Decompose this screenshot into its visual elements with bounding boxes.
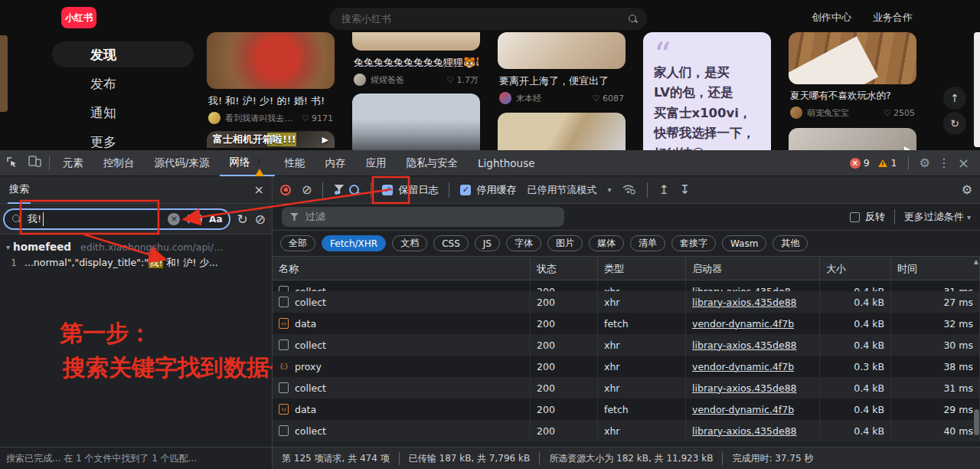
site-search-input[interactable]: 搜索小红书 xyxy=(329,8,647,30)
request-type-chip[interactable]: 清单 xyxy=(630,235,665,251)
request-type-chip[interactable]: 字体 xyxy=(506,235,541,251)
like-count[interactable]: ♡ 6087 xyxy=(593,93,624,103)
network-settings-gear-icon[interactable]: ⚙ xyxy=(962,182,972,197)
network-request-row[interactable]: collect 200 xhr library-axios.435de88 0.… xyxy=(273,334,980,356)
column-header[interactable]: 名称 xyxy=(273,257,531,280)
note-title[interactable]: 兔兔兔兔兔兔兔兔兔狸狸🐯🐯🐯 xyxy=(354,56,479,70)
devtools-tab[interactable]: 元素 xyxy=(53,150,93,176)
devtools-tab[interactable]: 源代码/来源 xyxy=(145,150,220,176)
author-name[interactable]: 煋煋爸爸 xyxy=(371,74,442,86)
devtools-search-input[interactable]: 我! × (.*) Aa xyxy=(3,208,230,230)
clear-query-icon[interactable]: × xyxy=(168,213,180,225)
like-count[interactable]: ♡ 1.7万 xyxy=(446,74,479,86)
request-type-chip[interactable]: 其他 xyxy=(773,235,808,251)
console-error-badge[interactable]: ×9 xyxy=(850,157,870,169)
note-image[interactable] xyxy=(498,113,626,150)
network-request-row[interactable]: data 200 fetch vendor-dynamic.4f7b 0.4 k… xyxy=(273,398,980,420)
scroll-top-button[interactable]: ↑ xyxy=(943,87,966,110)
initiator-link[interactable]: vendor-dynamic.4f7b xyxy=(692,318,794,330)
disclosure-triangle-icon[interactable]: ▾ xyxy=(6,243,10,251)
network-request-row[interactable]: collect 200 xhr library-axios.435de88 0.… xyxy=(273,377,980,398)
initiator-link[interactable]: library-axios.435de8… xyxy=(692,286,800,292)
invert-filter-checkbox[interactable]: 反转 xyxy=(850,210,885,224)
devtools-tab[interactable]: 性能 xyxy=(275,150,315,176)
export-har-icon[interactable]: ↧ xyxy=(680,182,690,197)
note-image[interactable] xyxy=(789,32,916,84)
note-image[interactable] xyxy=(498,32,626,69)
chevron-down-icon[interactable]: ▾ xyxy=(607,185,611,194)
devtools-tab[interactable]: Lighthouse xyxy=(468,150,544,176)
network-request-row[interactable]: data 200 fetch vendor-dynamic.4f7b 0.4 k… xyxy=(273,313,980,334)
initiator-link[interactable]: library-axios.435de88 xyxy=(692,382,797,394)
column-header[interactable]: 状态 xyxy=(531,257,598,280)
initiator-link[interactable]: vendor-dynamic.4f7b xyxy=(692,361,794,372)
initiator-link[interactable]: vendor-dynamic.4f7b xyxy=(692,404,794,415)
author-name[interactable]: 萌宠兔宝宝 xyxy=(807,107,879,119)
record-network-log-icon[interactable] xyxy=(280,185,291,195)
avatar[interactable] xyxy=(208,112,220,124)
request-type-chip[interactable]: 图片 xyxy=(547,235,583,251)
initiator-link[interactable]: library-axios.435de88 xyxy=(692,297,797,308)
note-title[interactable]: 我! 和! 沪! 少! 的! 婚! 书! xyxy=(208,94,333,108)
note-image[interactable] xyxy=(352,93,480,150)
search-result-line[interactable]: 1 ...normal","display_title":"我! 和! 沪! 少… xyxy=(0,254,272,272)
network-request-row[interactable]: collect 200 xhr library-axios.435de8… 0.… xyxy=(273,280,980,291)
refresh-search-icon[interactable]: ↻ xyxy=(237,212,248,227)
request-type-chip[interactable]: 套接字 xyxy=(671,235,716,251)
match-case-toggle[interactable]: Aa xyxy=(209,214,222,225)
close-search-pane-icon[interactable]: × xyxy=(254,182,264,197)
initiator-link[interactable]: library-axios.435de88 xyxy=(692,425,797,437)
settings-gear-icon[interactable]: ⚙ xyxy=(920,156,930,170)
devtools-tab[interactable]: 隐私与安全 xyxy=(397,150,469,176)
search-icon[interactable] xyxy=(629,15,638,24)
note-image[interactable]: ▶ xyxy=(789,128,916,150)
device-toolbar-icon[interactable] xyxy=(23,156,46,170)
like-count[interactable]: ♡ 2505 xyxy=(884,108,915,118)
network-request-row[interactable]: collect 200 xhr library-axios.435de88 0.… xyxy=(273,291,980,313)
disable-cache-checkbox[interactable]: ✓停用缓存 xyxy=(460,183,516,197)
avatar[interactable] xyxy=(354,74,366,86)
column-header[interactable]: 时间 xyxy=(891,257,980,280)
note-image[interactable]: 富士相机开箱啦!!!▶ xyxy=(207,131,335,148)
devtools-tab[interactable]: 内存 xyxy=(315,150,356,176)
preserve-log-checkbox[interactable]: ✓保留日志 xyxy=(382,183,438,197)
note-title[interactable]: 要离开上海了，便宜出了 xyxy=(499,74,624,88)
sidebar-item[interactable]: 通知 xyxy=(52,100,194,126)
search-result-file[interactable]: ▾ homefeed edith.xiaohongshu.com/api/... xyxy=(0,239,272,254)
network-request-row[interactable]: proxy 200 xhr vendor-dynamic.4f7b 0.3 kB… xyxy=(273,356,980,377)
clear-search-icon[interactable]: ⊘ xyxy=(255,212,266,227)
network-conditions-icon[interactable] xyxy=(622,183,636,197)
request-type-chip[interactable]: 全部 xyxy=(280,235,315,251)
devtools-tab[interactable]: 网络 xyxy=(220,150,275,176)
quote-note-card[interactable]: “ 家人们，是买LV的包，还是买富士x100vi，快帮我选择一下，好纠结😊 xyxy=(643,32,771,150)
request-type-chip[interactable]: 媒体 xyxy=(589,235,624,251)
avatar[interactable] xyxy=(499,92,511,104)
column-header[interactable]: 类型 xyxy=(598,257,686,280)
throttling-dropdown[interactable]: 已停用节流模式 xyxy=(527,183,596,197)
header-link[interactable]: 业务合作 xyxy=(873,11,913,25)
regex-toggle[interactable]: (.*) xyxy=(186,214,203,225)
request-type-chip[interactable]: 文档 xyxy=(392,235,427,251)
xiaohongshu-logo[interactable]: 小红书 xyxy=(61,7,96,28)
request-type-chip[interactable]: CSS xyxy=(433,235,469,251)
filter-toggle-icon[interactable] xyxy=(334,185,338,195)
header-link[interactable]: 创作中心 xyxy=(812,11,851,25)
clear-network-log-icon[interactable]: ⊘ xyxy=(302,182,312,197)
more-filters-dropdown[interactable]: 更多过滤条件 ▾ xyxy=(904,210,971,224)
avatar[interactable] xyxy=(790,107,802,119)
note-image[interactable] xyxy=(207,32,335,89)
sidebar-item[interactable]: 发布 xyxy=(52,71,194,97)
refresh-feed-button[interactable]: ↻ xyxy=(943,112,966,135)
note-image[interactable] xyxy=(352,32,480,51)
column-header[interactable]: 大小 xyxy=(820,257,891,280)
note-title[interactable]: 夏天哪有不喜欢玩水的? xyxy=(790,90,915,103)
console-warning-badge[interactable]: 1 xyxy=(877,157,897,169)
scrollbar-thumb[interactable] xyxy=(974,409,979,435)
sidebar-item[interactable]: 更多 xyxy=(52,129,194,150)
inspect-element-icon[interactable] xyxy=(0,156,23,171)
column-header[interactable]: 启动器 xyxy=(686,257,820,280)
kebab-menu-icon[interactable]: ⋮ xyxy=(938,156,950,170)
initiator-link[interactable]: library-axios.435de88 xyxy=(692,339,797,351)
network-request-row[interactable]: collect 200 xhr library-axios.435de88 0.… xyxy=(273,420,980,441)
like-count[interactable]: ♡ 9171 xyxy=(302,113,333,123)
